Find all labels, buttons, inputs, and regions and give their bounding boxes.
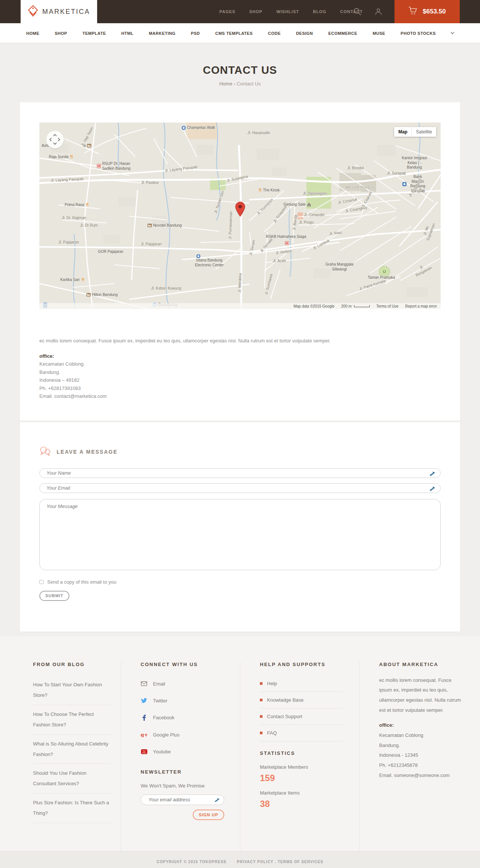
map-button[interactable]: Map — [394, 127, 412, 137]
twitter-icon — [141, 698, 147, 703]
newsletter-email-input[interactable] — [141, 795, 224, 805]
scale-bar — [354, 305, 370, 307]
about-text: ec mollis lorem consequat. Fusce ipsum e… — [379, 675, 464, 716]
brand-name: MARKETICA — [42, 8, 90, 16]
social-link[interactable]: YouTube Youtube — [141, 743, 224, 760]
social-label: Google Plus — [153, 732, 180, 738]
report-map-error-link[interactable]: Report a map error — [405, 304, 437, 308]
user-icon[interactable] — [374, 7, 382, 17]
submit-button[interactable]: SUBMIT — [39, 591, 69, 601]
about-office-line: Bandung. — [379, 741, 464, 751]
fork-icon — [258, 188, 262, 192]
header-nav-link[interactable]: BLOG — [313, 9, 326, 14]
social-label: Facebook — [153, 715, 174, 720]
hosp-icon — [97, 164, 101, 168]
pan-right-icon[interactable] — [57, 138, 60, 142]
svg-text:Tube: Tube — [142, 752, 146, 754]
about-office-line: Email. someone@someone.com — [379, 771, 464, 781]
map-label: Champelas Walk — [182, 125, 215, 130]
contact-card: Champelas WalkJl. HasanudinJl. Haji Yasi… — [20, 102, 460, 421]
search-icon[interactable] — [353, 7, 362, 17]
menu-item[interactable]: HTML — [121, 31, 134, 36]
map-label: Jl. Hasanudin — [248, 131, 270, 136]
office-address-line: Bandung. — [39, 368, 441, 376]
name-input[interactable] — [39, 468, 441, 478]
map-label: Novotel Bandung — [147, 223, 182, 228]
social-link[interactable]: Facebook — [141, 709, 224, 726]
connect-heading: CONNECT WITH US — [141, 662, 224, 667]
pan-left-icon[interactable] — [50, 138, 53, 142]
menu-item[interactable]: SHOP — [55, 31, 67, 36]
map-pan-control[interactable] — [46, 131, 64, 148]
terms-of-use-link[interactable]: Terms of Use — [376, 304, 399, 308]
send-copy-checkbox[interactable] — [39, 580, 44, 584]
social-link[interactable]: Email — [141, 675, 224, 692]
menu-item[interactable]: DESIGN — [296, 31, 313, 36]
facebook-icon — [141, 715, 147, 721]
menu-item[interactable]: MUSE — [373, 31, 386, 36]
help-link[interactable]: Contact Support — [260, 708, 344, 725]
page-header: CONTACT US Home › Contact Us — [0, 43, 480, 102]
footer-about-column: ABOUT MARKETICA ec mollis lorem consequa… — [359, 662, 480, 851]
tag-icon — [28, 5, 38, 18]
menu-item[interactable]: CODE — [268, 31, 281, 36]
menu-item[interactable]: TEMPLATE — [82, 31, 106, 36]
footer: FROM OUR BLOG How To Start Your Own Fash… — [0, 636, 480, 851]
map-label: Jl. Bengawan — [412, 261, 433, 278]
map-type-control: Map Satellite — [394, 127, 436, 137]
office-address-line: Indonesia – 49182 — [39, 376, 441, 384]
map-label: Jl. Layang Pasupati — [51, 176, 84, 183]
location-marker-icon[interactable] — [235, 202, 245, 218]
map-label: Jl. Progo — [299, 220, 314, 225]
menu-item[interactable]: ECOMMERCE — [328, 31, 357, 36]
blog-link[interactable]: How To Start Your Own Fashion Store? — [33, 675, 111, 705]
menu-item[interactable]: CMS TEMPLATES — [215, 31, 253, 36]
header-nav-link[interactable]: SHOP — [249, 9, 262, 14]
map-label: Jl. Dr Rum — [80, 223, 98, 228]
blog-link[interactable]: What is So Alluring About Celebrity Fash… — [33, 735, 111, 764]
map-label: a — [84, 143, 92, 148]
legal-links[interactable]: PRIVACY POLICY . TERMS OF SERVICES — [237, 860, 324, 864]
message-textarea[interactable] — [39, 499, 441, 570]
map-label: Jl. Wr. Supratman — [421, 221, 436, 242]
footer-help-column: HELP AND SUPPORTS Help Knowladge Base Co… — [240, 662, 359, 851]
blog-link[interactable]: Plus Size Fashion: Is There Such a Thing… — [33, 793, 111, 823]
help-link[interactable]: FAQ — [260, 725, 344, 741]
pan-down-icon[interactable] — [53, 141, 57, 145]
map-label: Jl. Riau — [329, 230, 342, 236]
email-input[interactable] — [39, 483, 441, 493]
header-nav-link[interactable]: WISHLIST — [276, 9, 299, 14]
breadcrumb-home[interactable]: Home — [219, 81, 232, 87]
header-nav-link[interactable]: PAGES — [219, 9, 236, 14]
logo[interactable]: MARKETICA — [21, 0, 97, 23]
satellite-button[interactable]: Satellite — [412, 127, 436, 137]
about-office-line: Indonesia - 12345 — [379, 750, 464, 760]
google-map[interactable]: Champelas WalkJl. HasanudinJl. Haji Yasi… — [39, 123, 441, 309]
fork-icon — [81, 278, 84, 282]
signup-button[interactable]: SIGN UP — [193, 810, 224, 820]
pan-up-icon[interactable] — [53, 134, 57, 138]
help-link[interactable]: Help — [260, 675, 344, 692]
blog-link[interactable]: Should You Use Fashion Consultant Servic… — [33, 764, 111, 793]
map-label: Kantor Imigrasi Kelas I - Bandung — [401, 156, 428, 170]
social-link[interactable]: g+ Google Plus — [141, 726, 224, 743]
menu-item[interactable]: PHOTO STOCKS — [400, 31, 436, 36]
bank-icon — [402, 182, 406, 186]
social-link[interactable]: Twitter — [141, 692, 224, 709]
map-label: Jl. Cimandiri — [304, 213, 324, 218]
menu-item[interactable]: HOME — [26, 31, 39, 36]
blog-link[interactable]: How To Choose The Perfect Fashion Store? — [33, 705, 111, 735]
map-label: Jl. Sumbawa — [264, 273, 274, 296]
help-link[interactable]: Knowladge Base — [260, 692, 344, 708]
stat-value: 38 — [260, 799, 344, 809]
map-label: Prima Rasa — [64, 203, 89, 208]
map-label: Jl. Bondol — [347, 166, 364, 171]
menu-item[interactable]: MARKETING — [149, 31, 176, 36]
chat-bubbles-icon — [39, 446, 51, 458]
about-office-line: Kecamatan Coblong — [379, 731, 464, 741]
menu-item[interactable]: PSD — [191, 31, 200, 36]
map-label — [285, 241, 289, 245]
chevron-down-icon[interactable] — [450, 31, 454, 34]
map-label: GOR Pajajaran — [98, 249, 123, 254]
cart-button[interactable]: $653.50 — [394, 0, 460, 23]
